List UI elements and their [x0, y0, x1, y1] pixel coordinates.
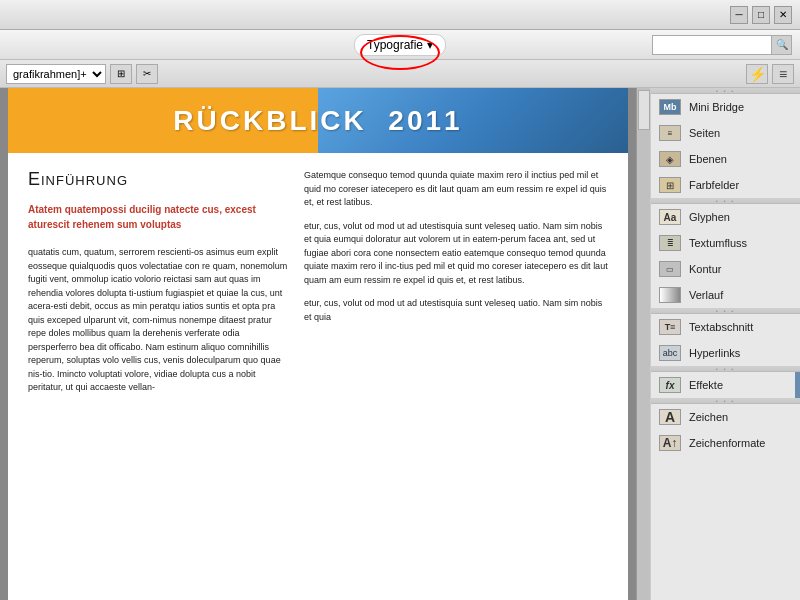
section-heading: Einführung: [28, 169, 288, 190]
page-title: Rückblick 2011: [173, 105, 462, 137]
cut-icon: ✂: [143, 68, 151, 79]
mini-bridge-icon: Mb: [659, 99, 681, 115]
panel-item-textabschnitt[interactable]: T≡ Textabschnitt: [651, 314, 800, 340]
panel-item-mini-bridge[interactable]: Mb Mini Bridge: [651, 94, 800, 120]
menu-icon: ≡: [779, 66, 787, 82]
hyperlinks-label: Hyperlinks: [689, 347, 740, 359]
active-indicator: [795, 372, 800, 398]
verlauf-label: Verlauf: [689, 289, 723, 301]
panel-item-farbfelder[interactable]: ⊞ Farbfelder: [651, 172, 800, 198]
panel-item-zeichen[interactable]: A Zeichen: [651, 404, 800, 430]
menu-dots-button[interactable]: ≡: [772, 64, 794, 84]
panel-item-textumfluss[interactable]: ≣ Textumfluss: [651, 230, 800, 256]
seiten-label: Seiten: [689, 127, 720, 139]
dropdown-arrow-icon: ▾: [427, 38, 433, 52]
zeichenformate-icon: A↑: [659, 435, 681, 451]
glyphen-icon: Aa: [659, 209, 681, 225]
right-column: Gatemque consequo temod quunda quiate ma…: [304, 169, 608, 395]
zeichen-label: Zeichen: [689, 411, 728, 423]
panel-item-seiten[interactable]: ≡ Seiten: [651, 120, 800, 146]
effekte-icon: fx: [659, 377, 681, 393]
icon-button-1[interactable]: ⊞: [110, 64, 132, 84]
textumfluss-label: Textumfluss: [689, 237, 747, 249]
scrollbar-thumb[interactable]: [638, 90, 650, 130]
body-text-right-top: Gatemque consequo temod quunda quiate ma…: [304, 169, 608, 210]
right-panel: • • • Mb Mini Bridge ≡ Seiten ◈ Ebenen ⊞…: [650, 88, 800, 600]
close-button[interactable]: ✕: [774, 6, 792, 24]
vertical-scrollbar[interactable]: [636, 88, 650, 600]
panel-item-effekte[interactable]: fx Effekte: [651, 372, 800, 398]
kontur-label: Kontur: [689, 263, 721, 275]
page-body: Einführung Atatem quatempossi ducilig na…: [8, 153, 628, 411]
left-column: Einführung Atatem quatempossi ducilig na…: [28, 169, 288, 395]
page-header: Rückblick 2011: [8, 88, 628, 153]
minimize-button[interactable]: ─: [730, 6, 748, 24]
title-bar: ─ □ ✕: [0, 0, 800, 30]
ebenen-label: Ebenen: [689, 153, 727, 165]
typography-label: Typografie: [367, 38, 423, 52]
hyperlinks-icon: abc: [659, 345, 681, 361]
kontur-icon: ▭: [659, 261, 681, 277]
body-text-right-bottom: etur, cus, volut od mod ut ad utestisqui…: [304, 297, 608, 324]
search-input[interactable]: [652, 35, 772, 55]
mini-bridge-label: Mini Bridge: [689, 101, 744, 113]
zeichenformate-label: Zeichenformate: [689, 437, 765, 449]
panel-item-ebenen[interactable]: ◈ Ebenen: [651, 146, 800, 172]
panel-item-hyperlinks[interactable]: abc Hyperlinks: [651, 340, 800, 366]
textabschnitt-label: Textabschnitt: [689, 321, 753, 333]
lightning-button[interactable]: ⚡: [746, 64, 768, 84]
textumfluss-icon: ≣: [659, 235, 681, 251]
panel-item-verlauf[interactable]: Verlauf: [651, 282, 800, 308]
farbfelder-label: Farbfelder: [689, 179, 739, 191]
highlight-paragraph: Atatem quatempossi ducilig natecte cus, …: [28, 202, 288, 232]
title-text: Rückblick: [173, 105, 366, 136]
search-icon[interactable]: 🔍: [772, 35, 792, 55]
ebenen-icon: ◈: [659, 151, 681, 167]
main-area: Rückblick 2011 Einführung Atatem quatemp…: [0, 88, 800, 600]
divider-dots-4: • • •: [716, 398, 736, 404]
document-area: Rückblick 2011 Einführung Atatem quatemp…: [0, 88, 650, 600]
page-container: Rückblick 2011 Einführung Atatem quatemp…: [0, 88, 636, 600]
panel-item-glyphen[interactable]: Aa Glyphen: [651, 204, 800, 230]
panel-item-kontur[interactable]: ▭ Kontur: [651, 256, 800, 282]
maximize-button[interactable]: □: [752, 6, 770, 24]
zeichen-icon: A: [659, 409, 681, 425]
textabschnitt-icon: T≡: [659, 319, 681, 335]
seiten-icon: ≡: [659, 125, 681, 141]
effekte-label: Effekte: [689, 379, 723, 391]
divider-dots: • • •: [716, 88, 736, 94]
typography-menu-button[interactable]: Typografie ▾: [354, 34, 446, 56]
body-text-right-mid: etur, cus, volut od mod ut ad utestisqui…: [304, 220, 608, 288]
lightning-icon: ⚡: [749, 66, 766, 82]
menu-bar: Typografie ▾ 🔍: [0, 30, 800, 60]
toolbar: grafikrahmen]+ ⊞ ✂ ⚡ ≡: [0, 60, 800, 88]
frame-select[interactable]: grafikrahmen]+: [6, 64, 106, 84]
window-controls: ─ □ ✕: [730, 6, 792, 24]
divider-dots-3: • • •: [716, 366, 736, 372]
verlauf-icon: [659, 287, 681, 303]
glyphen-label: Glyphen: [689, 211, 730, 223]
body-text-left: quatatis cum, quatum, serrorem rescienti…: [28, 246, 288, 395]
grid-icon: ⊞: [117, 68, 125, 79]
document-page: Rückblick 2011 Einführung Atatem quatemp…: [8, 88, 628, 600]
title-year: 2011: [388, 105, 462, 136]
icon-button-2[interactable]: ✂: [136, 64, 158, 84]
divider-dots-2: • • •: [716, 308, 736, 314]
divider-dots-1: • • •: [716, 198, 736, 204]
panel-item-zeichenformate[interactable]: A↑ Zeichenformate: [651, 430, 800, 456]
farbfelder-icon: ⊞: [659, 177, 681, 193]
